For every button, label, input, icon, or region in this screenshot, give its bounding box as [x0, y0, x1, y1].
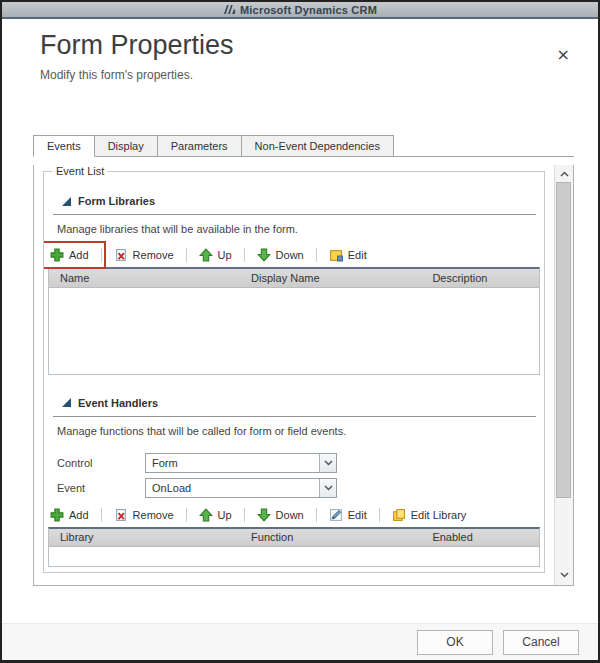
edit-library-button[interactable]: Edit Library: [390, 508, 469, 522]
event-handlers-toolbar: Add Remove Up: [48, 505, 540, 525]
section-divider: [53, 214, 536, 215]
edit-label: Edit: [348, 249, 367, 261]
remove-button[interactable]: Remove: [112, 248, 176, 262]
ok-button[interactable]: OK: [417, 630, 493, 655]
column-name: Name: [49, 269, 240, 287]
grid-header-row: Name Display Name Description: [49, 269, 539, 287]
toolbar-separator: [316, 508, 317, 522]
toolbar-separator: [379, 508, 380, 522]
edit-label: Edit: [348, 509, 367, 521]
add-plus-icon: [50, 248, 64, 262]
scroll-up-icon[interactable]: [555, 166, 573, 181]
control-row: Control Form: [57, 453, 540, 473]
down-label: Down: [276, 509, 304, 521]
edit-button[interactable]: Edit: [327, 508, 369, 522]
form-properties-dialog: Microsoft Dynamics CRM Form Properties M…: [0, 0, 600, 663]
event-select-value: OnLoad: [152, 482, 191, 494]
tab-events[interactable]: Events: [33, 135, 95, 157]
remove-icon: [114, 248, 128, 262]
tab-bar: Events Display Parameters Non-Event Depe…: [33, 136, 574, 157]
close-icon[interactable]: ×: [557, 47, 570, 63]
toolbar-separator: [101, 508, 102, 522]
control-select-value: Form: [152, 457, 178, 469]
scrollbar-thumb[interactable]: [556, 182, 571, 498]
cancel-button[interactable]: Cancel: [503, 630, 579, 655]
collapse-triangle-icon: [62, 398, 71, 407]
toolbar-separator: [244, 248, 245, 262]
edit-button[interactable]: Edit: [327, 248, 369, 262]
column-function: Function: [240, 529, 421, 547]
add-plus-icon: [50, 508, 64, 522]
grid-header-row: Library Function Enabled: [49, 529, 539, 547]
form-libraries-description: Manage libraries that will be available …: [57, 223, 540, 235]
column-display-name: Display Name: [240, 269, 421, 287]
remove-button[interactable]: Remove: [112, 508, 176, 522]
add-button[interactable]: Add: [48, 248, 91, 262]
form-libraries-title: Form Libraries: [78, 195, 155, 207]
control-select[interactable]: Form: [145, 453, 337, 473]
tab-parameters[interactable]: Parameters: [158, 135, 242, 157]
vertical-scrollbar[interactable]: [554, 165, 573, 585]
tab-display[interactable]: Display: [95, 135, 158, 157]
dialog-footer: OK Cancel: [2, 623, 598, 660]
form-libraries-toolbar: Add Remove Up: [48, 245, 540, 265]
toolbar-separator: [186, 508, 187, 522]
event-select[interactable]: OnLoad: [145, 478, 337, 498]
event-list-group: Event List Form Libraries Manage librari…: [43, 165, 545, 573]
event-handlers-description: Manage functions that will be called for…: [57, 425, 540, 437]
event-handlers-section-toggle[interactable]: Event Handlers: [62, 397, 540, 409]
event-row: Event OnLoad: [57, 478, 540, 498]
scroll-down-icon[interactable]: [555, 567, 573, 582]
collapse-triangle-icon: [62, 197, 71, 206]
remove-icon: [114, 508, 128, 522]
up-button[interactable]: Up: [197, 508, 234, 522]
event-handlers-title: Event Handlers: [78, 397, 158, 409]
edit-note-icon: [329, 248, 343, 262]
add-label: Add: [69, 509, 89, 521]
add-label: Add: [69, 249, 89, 261]
down-label: Down: [276, 249, 304, 261]
up-button[interactable]: Up: [197, 248, 234, 262]
event-list-legend: Event List: [52, 165, 108, 177]
chevron-down-icon: [319, 479, 336, 497]
titlebar: Microsoft Dynamics CRM: [2, 2, 598, 19]
form-libraries-list-area[interactable]: [49, 288, 539, 374]
column-enabled: Enabled: [421, 529, 539, 547]
toolbar-separator: [186, 248, 187, 262]
tab-non-event-dependencies[interactable]: Non-Event Dependencies: [242, 135, 394, 157]
toolbar-separator: [316, 248, 317, 262]
edit-library-icon: [392, 508, 406, 522]
event-label: Event: [57, 482, 145, 494]
toolbar-separator: [101, 248, 102, 262]
chevron-down-icon: [319, 454, 336, 472]
event-handler-filters: Control Form Event OnLoad: [57, 453, 540, 498]
edit-pencil-icon: [329, 508, 343, 522]
down-button[interactable]: Down: [255, 508, 306, 522]
event-handlers-list-area[interactable]: [49, 547, 539, 566]
tab-content-panel: Event List Form Libraries Manage librari…: [33, 165, 574, 586]
arrow-down-icon: [257, 508, 271, 522]
event-handlers-grid: Library Function Enabled: [48, 527, 540, 568]
arrow-up-icon: [199, 248, 213, 262]
column-description: Description: [421, 269, 539, 287]
form-libraries-section-toggle[interactable]: Form Libraries: [62, 195, 540, 207]
page-subtitle: Modify this form's properties.: [40, 68, 560, 82]
remove-label: Remove: [133, 509, 174, 521]
control-label: Control: [57, 457, 145, 469]
up-label: Up: [218, 249, 232, 261]
form-libraries-grid: Name Display Name Description: [48, 267, 540, 375]
dialog-header: Form Properties Modify this form's prope…: [2, 19, 598, 82]
dynamics-crm-logo-icon: [223, 4, 236, 15]
edit-library-label: Edit Library: [411, 509, 467, 521]
remove-label: Remove: [133, 249, 174, 261]
page-title: Form Properties: [40, 30, 560, 61]
toolbar-separator: [244, 508, 245, 522]
section-divider: [53, 416, 536, 417]
up-label: Up: [218, 509, 232, 521]
arrow-up-icon: [199, 508, 213, 522]
app-title: Microsoft Dynamics CRM: [240, 4, 377, 16]
add-button[interactable]: Add: [48, 508, 91, 522]
column-library: Library: [49, 529, 240, 547]
arrow-down-icon: [257, 248, 271, 262]
down-button[interactable]: Down: [255, 248, 306, 262]
